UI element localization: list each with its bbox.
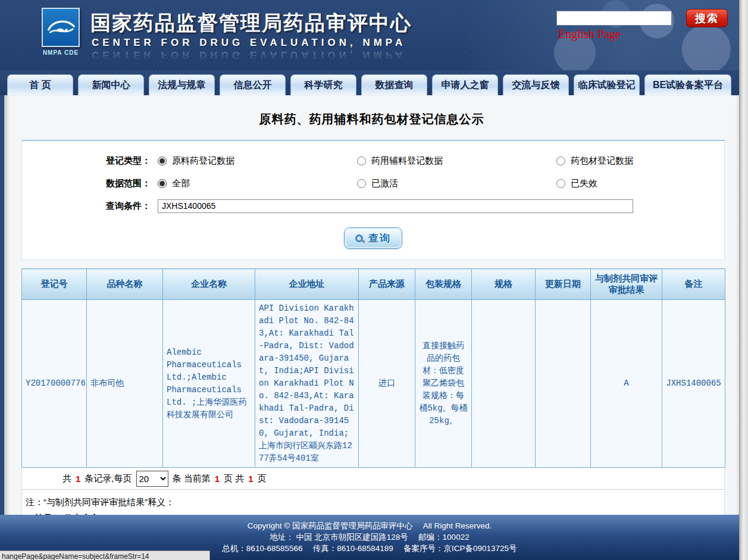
radio-label: 已失效 [571,178,597,189]
main-nav: 首 页 新闻中心 法规与规章 信息公开 科学研究 数据查询 申请人之窗 交流与反… [0,70,739,95]
magnifier-icon [355,234,363,242]
current-page-number: 1 [215,474,220,484]
content-area: 原料药、药用辅料和药包材登记信息公示 登记类型： 原料药登记数据 药用辅料登记数… [0,95,739,515]
pagination-bar: 共 1 条记录,每页 20 条 当前第 1 页 共 1 页 [22,468,724,490]
radio-raw-material[interactable] [158,157,167,165]
cde-logo: NMPA CDE [38,8,83,56]
site-banner: NMPA CDE 国家药品监督管理局药品审评中心 CENTER FOR DRUG… [0,0,739,70]
english-page-link[interactable]: English Page [558,27,621,41]
cell-source: 进口 [359,300,415,468]
pagination-text: 页 [258,473,267,484]
nav-tab-data-query[interactable]: 数据查询 [361,74,427,95]
site-search-button[interactable]: 搜索 [686,9,728,27]
radio-packaging[interactable] [556,157,565,165]
query-submit-label: 查询 [368,231,391,245]
radio-option-expired: 已失效 [556,178,724,189]
col-header-remark: 备注 [662,269,725,300]
radio-excipient[interactable] [357,157,366,165]
total-records-count: 1 [76,474,80,484]
radio-option-packaging: 药包材登记数据 [556,155,724,167]
pagination-text: 条 当前第 [173,473,211,484]
col-header-company: 企业名称 [163,269,255,300]
nav-tab-info-disclosure[interactable]: 信息公开 [220,74,286,95]
nav-tab-news[interactable]: 新闻中心 [78,74,144,95]
query-condition-input[interactable] [158,199,633,213]
radio-label: 药包材登记数据 [571,155,633,167]
radio-label: 全部 [172,178,190,189]
table-row: Y20170000776 非布司他 Alembic Pharmaceutical… [22,300,725,468]
pagination-text: 页 共 [224,473,244,484]
col-header-product: 品种名称 [87,269,163,300]
form-row-scope: 数据范围： 全部 已激活 已失效 [22,172,724,195]
nav-tab-be-platform[interactable]: BE试验备案平台 [644,74,731,95]
form-row-type: 登记类型： 原料药登记数据 药用辅料登记数据 药包材登记数据 [22,149,724,172]
page-size-select[interactable]: 20 [136,471,168,487]
footer-copyright: Copyright © 国家药品监督管理局药品审评中心 All Right Re… [0,520,739,531]
radio-label: 原料药登记数据 [172,155,234,167]
cell-packaging: 直接接触药品的药包材：低密度聚乙烯袋包装规格：每桶5kg。每桶25kg。 [415,300,472,468]
cell-review-result: A [591,300,662,468]
col-header-address: 企业地址 [255,269,359,300]
nav-tab-research[interactable]: 科学研究 [290,74,356,95]
nav-tab-regulations[interactable]: 法规与规章 [149,74,215,95]
col-header-source: 产品来源 [359,269,415,300]
radio-all[interactable] [158,179,167,188]
cell-address: API Division Karakhadi Plot No. 842-843,… [255,300,359,468]
radio-option-excipient: 药用辅料登记数据 [357,155,556,167]
col-header-reg-no: 登记号 [22,269,87,300]
page-title: 原料药、药用辅料和药包材登记信息公示 [4,111,739,127]
fish-swoosh-icon [45,15,76,39]
total-pages-number: 1 [248,474,253,484]
col-header-update-date: 更新日期 [536,269,591,300]
browser-scrollbar[interactable] [739,0,748,560]
radio-label: 已激活 [371,178,398,189]
notes-title: 注：“与制剂共同审评审批结果”释义： [26,497,719,508]
nav-tab-clinical-trial[interactable]: 临床试验登记 [574,74,640,95]
form-row-query: 查询条件： [22,195,724,217]
pagination-text: 共 [62,473,71,484]
radio-option-all: 全部 [158,178,357,189]
site-search-input[interactable] [556,11,672,26]
site-subtitle-reflection: CENTER FOR DRUG EVALUATION, NMPA [92,49,406,61]
footer-address: 地址： 中国 北京市朝阳区建国路128号 邮编：100022 [0,531,739,543]
results-table: 登记号 品种名称 企业名称 企业地址 产品来源 包装规格 规格 更新日期 与制剂… [21,268,725,468]
browser-status-bar: hangePage&pageName=subject&frameStr=14 [0,550,210,560]
query-form: 登记类型： 原料药登记数据 药用辅料登记数据 药包材登记数据 数据范围： 全部 [21,140,725,260]
cell-spec [472,300,536,468]
table-header-row: 登记号 品种名称 企业名称 企业地址 产品来源 包装规格 规格 更新日期 与制剂… [22,269,725,300]
submit-wrap: 查询 [22,227,724,249]
radio-option-activated: 已激活 [357,178,556,189]
cell-company: Alembic Pharmaceuticals Ltd.;Alembic Pha… [163,300,255,468]
radio-label: 药用辅料登记数据 [371,155,443,167]
cell-remark: JXHS1400065 [662,300,725,468]
scope-label: 数据范围： [22,178,158,189]
col-header-packaging: 包装规格 [415,269,472,300]
col-header-review-result: 与制剂共同审评审批结果 [591,269,662,300]
query-label: 查询条件： [22,201,158,212]
cell-update-date [536,300,591,468]
radio-option-raw-material: 原料药登记数据 [158,155,357,167]
query-submit-button[interactable]: 查询 [344,227,402,249]
col-header-spec: 规格 [472,269,536,300]
cell-reg-no: Y20170000776 [22,300,87,468]
nav-tab-home[interactable]: 首 页 [7,74,73,95]
radio-activated[interactable] [357,179,366,188]
site-subtitle: CENTER FOR DRUG EVALUATION, NMPA [92,37,406,49]
radio-expired[interactable] [556,179,565,188]
site-title: 国家药品监督管理局药品审评中心 [90,10,412,37]
cde-logo-icon [42,8,80,47]
cell-product: 非布司他 [87,300,163,468]
nav-tab-applicant-window[interactable]: 申请人之窗 [432,74,498,95]
type-label: 登记类型： [22,155,158,167]
nav-tab-feedback[interactable]: 交流与反馈 [503,74,569,95]
logo-caption: NMPA CDE [38,49,83,56]
pagination-text: 条记录,每页 [84,473,132,484]
